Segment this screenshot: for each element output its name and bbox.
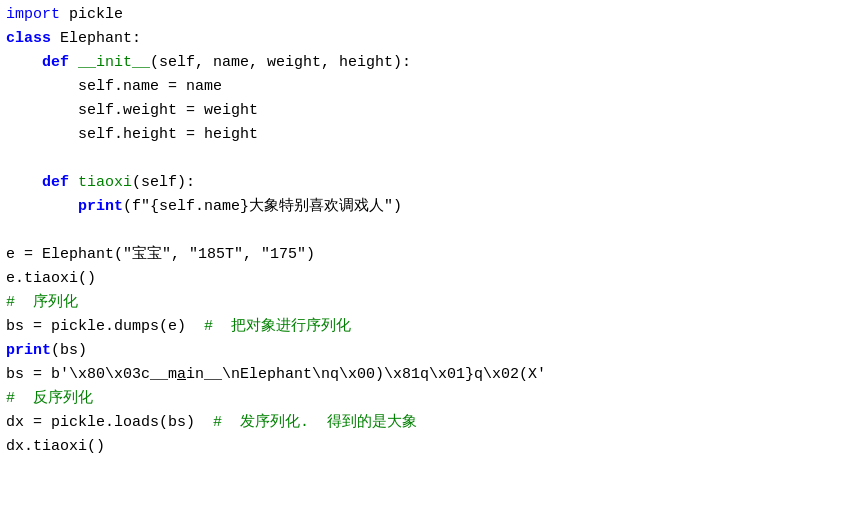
text: Elephant: [51,30,141,47]
text: pickle [60,6,123,23]
fn-name: __init__ [78,54,150,71]
text: (f"{self.name}大象特别喜欢调戏人") [123,198,402,215]
code-line-19: dx.tiaoxi() [0,436,868,460]
text: self.name = name [78,78,222,95]
code-line-13: # 序列化 [0,292,868,316]
keyword-class: class [6,30,51,47]
code-line-18: dx = pickle.loads(bs) # 发序列化. 得到的是大象 [0,412,868,436]
comment: # 序列化 [6,294,78,311]
code-line-5: self.weight = weight [0,100,868,124]
text [69,174,78,191]
code-line-15: print(bs) [0,340,868,364]
keyword-def: def [42,174,69,191]
comment: # 反序列化 [6,390,93,407]
code-line-6: self.height = height [0,124,868,148]
text: in__\nElephant\nq\x00)\x81q\x01}q\x02(X' [186,366,546,383]
cursor: a [177,366,186,383]
comment: # 把对象进行序列化 [204,318,351,335]
text: (self): [132,174,195,191]
text: (self, name, weight, height): [150,54,411,71]
fn-name-tiaoxi: tiaoxi [78,174,132,191]
code-line-1: import pickle [0,4,868,28]
code-line-17: # 反序列化 [0,388,868,412]
code-line-12: e.tiaoxi() [0,268,868,292]
code-line-7 [0,148,868,172]
code-line-10 [0,220,868,244]
keyword-def: def [42,54,69,71]
text: e = Elephant("宝宝", "185T", "175") [6,246,315,263]
code-line-4: self.name = name [0,76,868,100]
text: bs = b'\x80\x03c__m [6,366,177,383]
code-line-2: class Elephant: [0,28,868,52]
text: (bs) [51,342,87,359]
keyword-print: print [6,342,51,359]
text: e.tiaoxi() [6,270,96,287]
text: self.weight = weight [78,102,258,119]
code-line-14: bs = pickle.dumps(e) # 把对象进行序列化 [0,316,868,340]
code-line-8: def tiaoxi(self): [0,172,868,196]
code-line-16: bs = b'\x80\x03c__main__\nElephant\nq\x0… [0,364,868,388]
comment: # 发序列化. 得到的是大象 [213,414,417,431]
text: self.height = height [78,126,258,143]
text [69,54,78,71]
code-editor: import pickle class Elephant: def __init… [0,0,868,509]
keyword-import: import [6,6,60,23]
code-line-9: print(f"{self.name}大象特别喜欢调戏人") [0,196,868,220]
code-line-3: def __init__(self, name, weight, height)… [0,52,868,76]
text: bs = pickle.dumps(e) [6,318,204,335]
keyword-print: print [78,198,123,215]
text: dx = pickle.loads(bs) [6,414,213,431]
text: dx.tiaoxi() [6,438,105,455]
code-line-11: e = Elephant("宝宝", "185T", "175") [0,244,868,268]
